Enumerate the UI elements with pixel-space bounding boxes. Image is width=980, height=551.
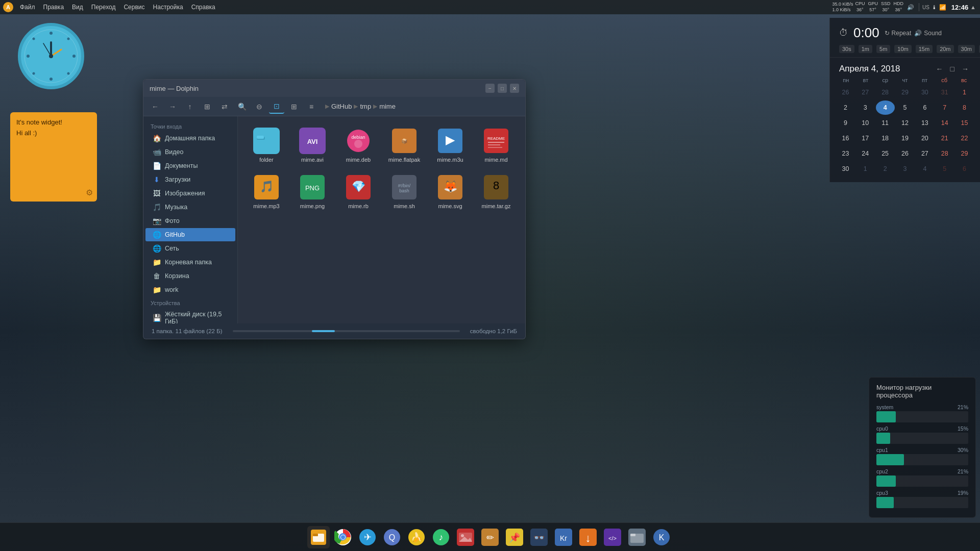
- cal-day[interactable]: 27: [856, 85, 875, 99]
- dock-chrome[interactable]: [332, 526, 354, 548]
- file-mime-targz[interactable]: 8 mime.tar.gz: [476, 171, 517, 212]
- fm-detail-view[interactable]: ≡: [304, 99, 319, 114]
- dock-kde[interactable]: K: [650, 526, 673, 548]
- dock-fm2[interactable]: [626, 526, 648, 548]
- dock-quassel[interactable]: Q: [381, 526, 403, 548]
- breadcrumb-tmp[interactable]: tmp: [360, 103, 371, 110]
- timer-preset-30m[interactable]: 30m: [958, 45, 975, 53]
- dock-banana[interactable]: 🍌: [405, 526, 428, 548]
- cal-day[interactable]: 27: [915, 146, 934, 161]
- cal-day[interactable]: 2: [836, 101, 855, 115]
- sidebar-item-images[interactable]: 🖼Изображения: [145, 187, 235, 200]
- cal-day[interactable]: 6: [955, 162, 974, 176]
- dock-glasses[interactable]: 👓: [528, 526, 550, 548]
- cal-day[interactable]: 26: [836, 85, 855, 99]
- cal-day[interactable]: 19: [896, 131, 915, 145]
- cal-day[interactable]: 24: [856, 146, 875, 161]
- breadcrumb-github[interactable]: GitHub: [331, 103, 352, 110]
- cal-day[interactable]: 1: [955, 85, 974, 99]
- cal-day[interactable]: 28: [876, 85, 895, 99]
- dock-code[interactable]: </>: [601, 526, 624, 548]
- cal-day[interactable]: 10: [856, 116, 875, 130]
- file-mime-svg[interactable]: 🦊 mime.svg: [430, 171, 471, 212]
- sidebar-item-music[interactable]: 🎵Музыка: [145, 201, 235, 214]
- menu-view[interactable]: Вид: [68, 3, 87, 12]
- timer-preset-1m[interactable]: 1m: [859, 45, 872, 53]
- sidebar-item-video[interactable]: 📹Видео: [145, 145, 235, 159]
- sidebar-item-trash[interactable]: 🗑Корзина: [145, 269, 235, 283]
- fm-up[interactable]: ↑: [182, 99, 198, 114]
- calendar-prev[interactable]: ←: [934, 64, 945, 74]
- menu-settings[interactable]: Настройка: [150, 3, 187, 12]
- cal-day[interactable]: 31: [935, 85, 954, 99]
- fm-scrollbar[interactable]: [233, 330, 460, 332]
- cal-day[interactable]: 3: [896, 162, 915, 176]
- cal-day[interactable]: 1: [856, 162, 875, 176]
- sidebar-item-hdd[interactable]: 💾Жёсткий диск (19,5 ГиБ): [145, 308, 235, 323]
- cal-day[interactable]: 7: [935, 101, 954, 115]
- sidebar-item-photos[interactable]: 📷Фото: [145, 214, 235, 228]
- file-mime-avi[interactable]: AVI mime.avi: [292, 124, 333, 166]
- fm-back[interactable]: ←: [148, 99, 163, 114]
- fm-split-view[interactable]: ⊞: [286, 99, 302, 114]
- cal-day[interactable]: 26: [896, 146, 915, 161]
- sidebar-item-network[interactable]: 🌐Сеть: [145, 242, 235, 255]
- cal-day[interactable]: 11: [876, 116, 895, 130]
- fm-search[interactable]: 🔍: [234, 99, 250, 114]
- fm-transfer[interactable]: ⇄: [217, 99, 232, 114]
- app-launcher-icon[interactable]: A: [3, 2, 13, 12]
- cal-day[interactable]: 15: [955, 116, 974, 130]
- cal-day[interactable]: 13: [915, 116, 934, 130]
- dock-clementine[interactable]: ♪: [430, 526, 452, 548]
- cal-day[interactable]: 20: [915, 131, 934, 145]
- cal-day[interactable]: 12: [896, 116, 915, 130]
- cal-day[interactable]: 2: [876, 162, 895, 176]
- timer-preset-20m[interactable]: 20m: [937, 45, 953, 53]
- timer-preset-15m[interactable]: 15m: [916, 45, 933, 53]
- cal-day[interactable]: 14: [935, 116, 954, 130]
- fm-forward[interactable]: →: [165, 99, 180, 114]
- menu-tools[interactable]: Сервис: [120, 3, 148, 12]
- fm-icon-view[interactable]: ⊡: [269, 99, 284, 114]
- window-minimize[interactable]: −: [485, 84, 495, 93]
- cal-day[interactable]: 23: [836, 146, 855, 161]
- dock-telegram[interactable]: ✈: [356, 526, 379, 548]
- cal-day[interactable]: 22: [955, 131, 974, 145]
- sidebar-item-root[interactable]: 📁Корневая папка: [145, 256, 235, 269]
- calendar-expand[interactable]: □: [948, 64, 957, 74]
- dock-downloader[interactable]: ↓: [577, 526, 599, 548]
- menu-edit[interactable]: Правка: [40, 3, 68, 12]
- cal-day[interactable]: 28: [935, 146, 954, 161]
- menu-help[interactable]: Справка: [188, 3, 219, 12]
- note-settings-icon[interactable]: ⚙: [86, 188, 93, 197]
- cal-day[interactable]: 25: [876, 146, 895, 161]
- cal-day[interactable]: 5: [896, 101, 915, 115]
- cal-day[interactable]: 30: [836, 162, 855, 176]
- clock-time[interactable]: 12:46: [948, 4, 968, 11]
- sidebar-item-docs[interactable]: 📄Документы: [145, 159, 235, 172]
- window-maximize[interactable]: □: [498, 84, 507, 93]
- calendar-next[interactable]: →: [960, 64, 971, 74]
- file-mime-png[interactable]: PNG mime.png: [292, 171, 333, 212]
- cal-day[interactable]: 29: [955, 146, 974, 161]
- dock-imageviewer[interactable]: [454, 526, 477, 548]
- dock-krita[interactable]: Kr: [552, 526, 575, 548]
- file-folder[interactable]: folder: [246, 124, 287, 166]
- cal-day[interactable]: 30: [915, 85, 934, 99]
- menu-file[interactable]: Файл: [16, 3, 39, 12]
- cal-day[interactable]: 6: [915, 101, 934, 115]
- file-mime-deb[interactable]: debian mime.deb: [338, 124, 379, 166]
- cal-day[interactable]: 16: [836, 131, 855, 145]
- file-mime-mp3[interactable]: 🎵 mime.mp3: [246, 171, 287, 212]
- fm-filter[interactable]: ⊖: [252, 99, 267, 114]
- dock-file-manager[interactable]: [307, 526, 330, 548]
- sidebar-item-home[interactable]: 🏠Домашняя папка: [145, 132, 235, 145]
- dock-sticky[interactable]: 📌: [503, 526, 526, 548]
- sidebar-item-downloads[interactable]: ⬇Загрузки: [145, 173, 235, 186]
- timer-preset-5m[interactable]: 5m: [876, 45, 890, 53]
- cal-day[interactable]: 4: [915, 162, 934, 176]
- cal-day[interactable]: 9: [836, 116, 855, 130]
- cal-day[interactable]: 17: [856, 131, 875, 145]
- sidebar-item-github[interactable]: 🌐GitHub: [145, 228, 235, 241]
- cal-day[interactable]: 21: [935, 131, 954, 145]
